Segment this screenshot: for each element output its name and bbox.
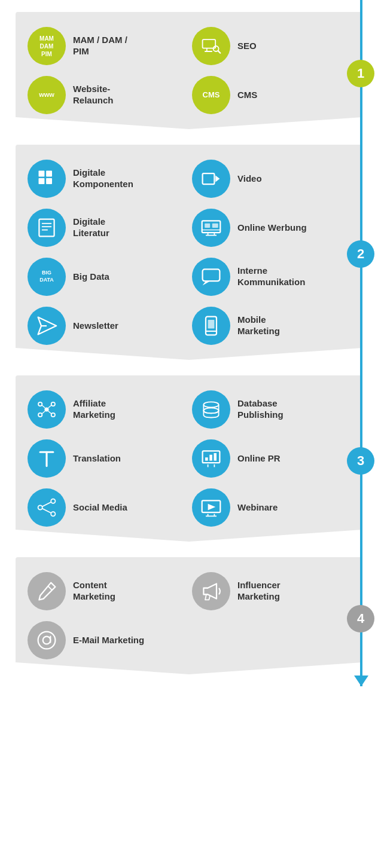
svg-point-33 bbox=[51, 413, 55, 417]
digitale-komponenten-icon bbox=[28, 160, 66, 198]
video-label: Video bbox=[237, 173, 262, 185]
online-werbung-icon bbox=[192, 209, 230, 247]
social-media-label: Social Media bbox=[73, 502, 127, 514]
svg-marker-54 bbox=[208, 504, 216, 511]
webinare-icon bbox=[192, 488, 230, 527]
influencer-marketing-label: InfluencerMarketing bbox=[237, 580, 281, 603]
list-item: Online Werbung bbox=[192, 209, 350, 247]
svg-point-31 bbox=[51, 402, 55, 406]
list-item: DigitaleKomponenten bbox=[28, 160, 186, 198]
translation-label: Translation bbox=[73, 453, 121, 464]
mam-dam-pim-label: MAM / DAM /PIM bbox=[73, 35, 127, 57]
svg-point-30 bbox=[38, 402, 42, 406]
digitale-komponenten-label: DigitaleKomponenten bbox=[73, 167, 133, 190]
translate-svg bbox=[36, 448, 57, 469]
svg-rect-28 bbox=[208, 320, 215, 328]
interne-kommunikation-label: InterneKommunikation bbox=[237, 265, 305, 288]
svg-line-34 bbox=[42, 405, 45, 408]
mam-dam-pim-icon: MAMDAMPIM bbox=[28, 27, 66, 65]
svg-rect-45 bbox=[214, 453, 217, 461]
list-item: InfluencerMarketing bbox=[192, 572, 350, 610]
send-svg bbox=[36, 315, 57, 337]
svg-point-32 bbox=[38, 413, 42, 417]
badge-1: 1 bbox=[347, 60, 374, 87]
svg-rect-8 bbox=[46, 178, 52, 184]
document-svg bbox=[36, 217, 57, 239]
svg-rect-44 bbox=[209, 455, 212, 461]
video-icon bbox=[192, 160, 230, 198]
svg-marker-24 bbox=[38, 317, 57, 335]
interne-kommunikation-icon bbox=[192, 258, 230, 296]
website-relaunch-label: Website-Relaunch bbox=[73, 84, 114, 106]
svg-rect-21 bbox=[212, 224, 218, 228]
webinare-label: Webinare bbox=[237, 502, 278, 514]
digitale-literatur-icon bbox=[28, 209, 66, 247]
svg-line-51 bbox=[42, 502, 51, 506]
section-3-grid: AffiliateMarketing DatabasePublishing bbox=[28, 390, 350, 527]
share-svg bbox=[36, 497, 57, 518]
list-item: Online PR bbox=[192, 439, 350, 478]
mobile-ad-svg bbox=[200, 315, 222, 337]
digitale-literatur-label: DigitaleLiteratur bbox=[73, 216, 109, 239]
svg-line-52 bbox=[42, 509, 51, 513]
mobile-marketing-label: MobileMarketing bbox=[237, 314, 280, 337]
list-item: DatabasePublishing bbox=[192, 390, 350, 429]
translation-icon bbox=[28, 439, 66, 478]
svg-rect-22 bbox=[203, 269, 220, 281]
svg-line-4 bbox=[218, 51, 221, 53]
at-svg bbox=[36, 629, 57, 651]
section-panel-1: MAMDAMPIM MAM / DAM /PIM bbox=[16, 12, 362, 129]
list-item: Newsletter bbox=[28, 307, 186, 345]
list-item: SEO bbox=[192, 27, 350, 65]
database-svg bbox=[200, 399, 222, 420]
svg-rect-9 bbox=[203, 173, 215, 184]
cms-label: CMS bbox=[237, 90, 257, 101]
section-2-grid: DigitaleKomponenten Video bbox=[28, 160, 350, 345]
list-item: MobileMarketing bbox=[192, 307, 350, 345]
chat-svg bbox=[200, 266, 222, 288]
svg-point-62 bbox=[43, 637, 51, 644]
seo-label: SEO bbox=[237, 41, 257, 52]
online-pr-icon bbox=[192, 439, 230, 478]
section-panel-2: DigitaleKomponenten Video bbox=[16, 145, 362, 360]
svg-rect-11 bbox=[39, 219, 54, 237]
seo-svg bbox=[200, 35, 222, 57]
svg-rect-43 bbox=[205, 457, 208, 460]
megaphone-svg bbox=[200, 580, 222, 602]
cms-icon: CMS bbox=[192, 76, 230, 114]
list-item: Webinare bbox=[192, 488, 350, 527]
svg-line-36 bbox=[42, 411, 45, 414]
svg-marker-10 bbox=[215, 176, 220, 182]
section-panel-3: AffiliateMarketing DatabasePublishing bbox=[16, 375, 362, 542]
email-marketing-icon bbox=[28, 621, 66, 659]
svg-point-39 bbox=[203, 408, 218, 413]
svg-rect-5 bbox=[39, 171, 45, 177]
section-4-grid: ContentMarketing Influen bbox=[28, 572, 350, 659]
svg-rect-7 bbox=[39, 178, 45, 184]
list-item: BIGDATA Big Data bbox=[28, 258, 186, 296]
svg-point-49 bbox=[51, 512, 55, 516]
list-item: E-Mail Marketing bbox=[28, 621, 186, 659]
badge-2: 2 bbox=[347, 240, 374, 268]
newsletter-icon bbox=[28, 307, 66, 345]
affiliate-svg bbox=[36, 399, 57, 420]
database-publishing-label: DatabasePublishing bbox=[237, 398, 284, 421]
svg-point-61 bbox=[38, 632, 56, 649]
section-panel-4: ContentMarketing Influen bbox=[16, 557, 362, 674]
online-werbung-label: Online Werbung bbox=[237, 222, 307, 234]
list-item: AffiliateMarketing bbox=[28, 390, 186, 429]
list-item: Video bbox=[192, 160, 350, 198]
svg-point-50 bbox=[38, 505, 42, 509]
grid-svg bbox=[36, 168, 57, 190]
list-item: Social Media bbox=[28, 488, 186, 527]
mobile-marketing-icon bbox=[192, 307, 230, 345]
svg-point-38 bbox=[203, 402, 218, 407]
content-marketing-icon bbox=[28, 572, 66, 610]
database-publishing-icon bbox=[192, 390, 230, 429]
presentation-svg bbox=[200, 448, 222, 469]
svg-point-48 bbox=[51, 499, 55, 503]
svg-line-35 bbox=[48, 405, 51, 408]
svg-rect-6 bbox=[46, 171, 52, 177]
list-item: ContentMarketing bbox=[28, 572, 186, 610]
affiliate-marketing-label: AffiliateMarketing bbox=[73, 398, 115, 421]
